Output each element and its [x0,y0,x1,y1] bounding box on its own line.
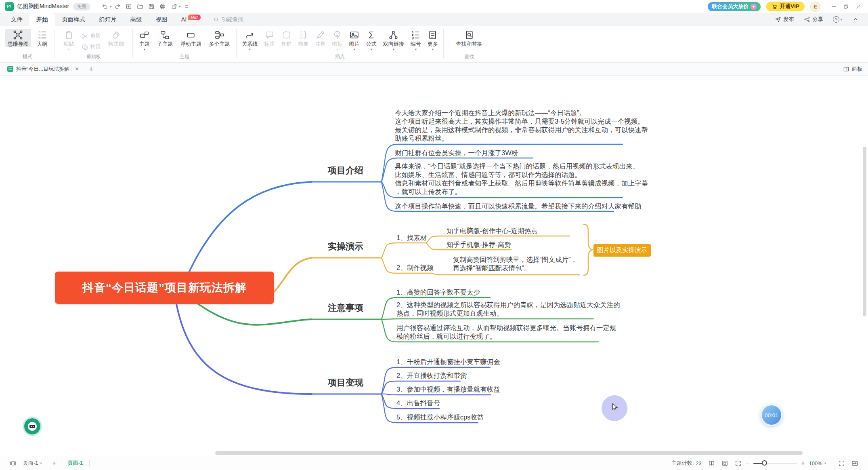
zoom-in-button[interactable]: + [800,459,805,467]
help-button[interactable]: ? ▾ [829,16,846,23]
undo-dropdown-icon[interactable]: ▾ [110,5,111,8]
close-button[interactable] [852,1,864,12]
topic-node[interactable]: 今天给大家介绍一个近期在抖音上火爆的新玩法——“今日话题”。 这个项目听起来很高… [395,109,648,143]
zoom-level-selector[interactable]: 100% ▾ [805,460,829,466]
branch-topic-project-intro[interactable]: 项目介绍 [328,165,363,176]
comment-button[interactable]: 注释 [312,29,328,47]
expand-view-button[interactable] [732,460,745,467]
subtopic-button[interactable]: 子主题 [155,29,175,47]
topic-node[interactable]: 2、这种类型的视频之所以容易获得用户的青睐，是因为选题贴近大众关注的 热点，同时… [396,301,620,318]
zoom-slider[interactable] [753,463,797,464]
share-button[interactable]: 分享 [800,16,827,23]
formula-button[interactable]: 公式 ▾ [364,29,379,50]
page-selector[interactable]: 页面-1 ▾ [20,459,45,467]
horizontal-scrollbar[interactable] [215,451,803,455]
tab-file[interactable]: 文件 [4,13,29,26]
topic-node[interactable]: 1、千粉后开通橱窗挂小黄车赚佣金 [396,358,500,366]
topic-node[interactable]: 2、制作视频 [396,263,434,272]
fit-page-button[interactable] [718,460,732,467]
save-button[interactable] [147,2,156,11]
topic-node[interactable]: 4、出售抖音号 [396,399,440,407]
open-vip-button[interactable]: 开通VIP [766,2,805,11]
topic-node[interactable]: 2、开直播收打赏和带货 [396,371,467,380]
ribbon-divider [55,29,55,58]
export-dropdown-icon[interactable]: ▾ [179,5,180,8]
floating-topic-button[interactable]: 浮动主题 [178,29,204,47]
tab-ai[interactable]: AI Hot [174,13,208,26]
relationship-button[interactable]: 关系线 ▾ [239,29,260,50]
cursor-highlight [602,395,627,421]
document-tab-close-icon[interactable]: ✕ [75,66,79,72]
topic-node[interactable]: 财门社群有位会员实操，一个月涨了3W粉 [395,149,518,157]
summary-topic[interactable]: 图片以及实操演示 [593,244,651,257]
fullscreen-button[interactable] [835,460,848,467]
format-painter-button[interactable]: 格式刷 [106,29,126,47]
user-avatar[interactable]: E [810,2,820,12]
topic-node[interactable]: 1、高赞的回答字数不要太少 [396,288,480,297]
topic-node[interactable]: 3、参加中视频，有播放量就有收益 [396,385,500,394]
recording-timer-badge[interactable]: 00:01 [761,404,782,426]
new-tab-button[interactable]: + [89,65,93,74]
tab-home[interactable]: 开始 [29,13,55,26]
document-tab[interactable]: 抖音“今日...目玩法拆解 ✕ [6,65,81,73]
mindmap-mode-button[interactable]: 思维导图 [5,29,31,47]
branch-topic-monetization[interactable]: 项目变现 [328,377,363,388]
copy-button[interactable]: 拷贝 [82,43,101,51]
tab-slides[interactable]: 幻灯片 [92,13,124,26]
add-page-button[interactable]: + [49,459,59,467]
minimize-button[interactable] [828,1,840,12]
panel-toggle-button[interactable]: 面板 [843,65,862,73]
publish-button[interactable]: 发布 [771,16,798,23]
topic-button[interactable]: 主题 ▾ [137,29,152,50]
topic-node[interactable]: 具体来说，“今日话题”就是选择一个当下热门的话题，然后用视频的形式表现出来。 比… [395,162,648,196]
topic-node[interactable]: 复制高赞回答到剪映里，选择“图文成片”， 再选择“智能匹配表情包”。 [453,255,577,272]
ai-assistant-button[interactable] [24,418,40,434]
zoom-slider-knob[interactable] [762,460,767,466]
branch-topic-precautions[interactable]: 注意事项 [328,302,363,314]
redo-button[interactable] [113,2,122,11]
topic-node[interactable]: 知乎手机版-推荐-高赞 [447,240,511,249]
undo-button[interactable] [100,2,110,11]
tab-view[interactable]: 视图 [149,13,174,26]
central-topic[interactable]: 抖音“今日话题”项目新玩法拆解 [55,272,274,304]
two-way-link-button[interactable]: 双向链接 ▾ [381,29,407,50]
find-replace-button[interactable]: 查找和替换 [454,29,485,47]
branch-topic-practice-demo[interactable]: 实操演示 [328,241,363,252]
restore-button[interactable] [840,1,852,12]
icon-marker-label: 图标 [332,41,342,47]
cut-button[interactable]: 剪切 [82,32,101,40]
new-document-button[interactable] [124,2,134,11]
print-button[interactable] [158,2,168,11]
customize-toolbar-button[interactable] [182,2,191,11]
feature-search-label: 功能查找 [222,16,243,23]
tab-advanced[interactable]: 高级 [124,13,149,26]
export-button[interactable] [169,2,179,11]
zoom-out-button[interactable]: − [745,459,750,467]
page-tab-active[interactable]: 页面-1 [63,459,88,467]
icon-marker-button[interactable]: 图标 ▾ [329,29,345,50]
fit-width-button[interactable] [848,460,862,467]
reading-mode-button[interactable] [705,460,718,467]
topic-node[interactable]: 1、找素材 [396,234,427,242]
multiple-topics-button[interactable]: 多个主题 [206,29,232,47]
callout-button[interactable]: 标注 [262,29,277,47]
feature-search[interactable]: 功能查找 [208,13,249,26]
open-file-button[interactable] [135,2,145,11]
topic-node[interactable]: 这个项目操作简单快速，而且可以快速积累流量。希望我接下来的介绍对大家有帮助 [395,202,642,211]
topic-node[interactable]: 用户很容易通过评论互动，从而帮助视频获得更多曝光。当账号拥有一定规 模的粉丝后，… [396,324,616,341]
tab-page-style[interactable]: 页面样式 [55,13,92,26]
mindmap-canvas[interactable]: 抖音“今日话题”项目新玩法拆解 项目介绍 实操演示 注意事项 项目变现 今天给大… [0,76,868,456]
paste-button[interactable]: 粘贴 ▾ [61,29,76,50]
summary-button[interactable]: 概要 [296,29,311,47]
member-promo-badge[interactable]: 联合会员大放价 [708,2,761,11]
topic-node[interactable]: 5、视频挂载小程序赚cps收益 [396,413,484,422]
picture-button[interactable]: 图片 ▾ [347,29,362,50]
numbering-button[interactable]: 编号 ▾ [408,29,424,50]
boundary-button[interactable]: 外框 [279,29,294,47]
collapse-ribbon-button[interactable] [849,16,862,23]
outline-mode-button[interactable]: 大纲 [34,29,50,47]
page-overview-button[interactable] [6,460,20,467]
more-insert-button[interactable]: 更多 ▾ [425,29,440,50]
vertical-scrollbar[interactable] [863,147,866,316]
topic-node[interactable]: 知乎电脑版-创作中心-近期热点 [447,227,538,235]
